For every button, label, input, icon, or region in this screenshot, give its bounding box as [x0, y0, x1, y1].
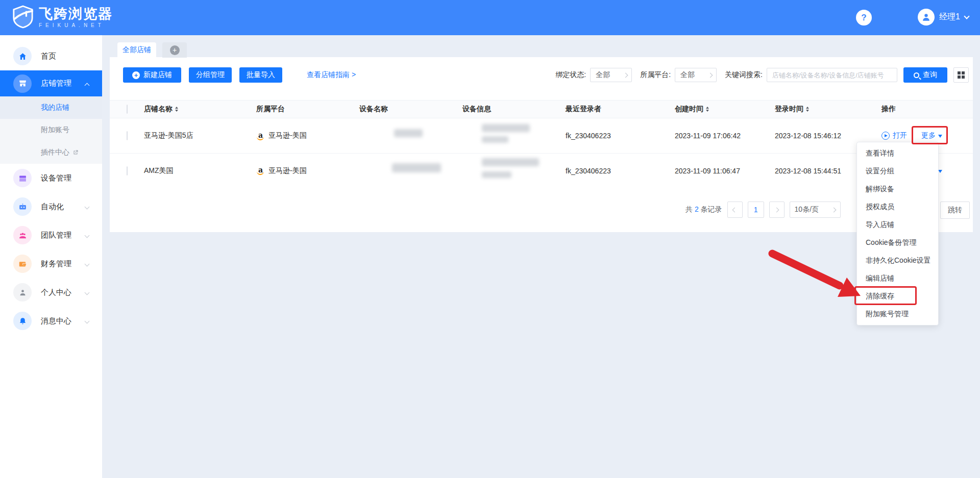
keyword-search-input[interactable]: [767, 68, 897, 82]
store-name: 亚马逊-美国5店: [144, 131, 256, 140]
sidebar-item-team-management[interactable]: 团队管理: [0, 221, 102, 249]
sidebar-item-store-management[interactable]: 店铺管理: [0, 70, 102, 96]
platform-select[interactable]: 全部: [675, 68, 717, 82]
sidebar-subitem-extra-accounts[interactable]: 附加账号: [0, 119, 102, 141]
menu-item-nonpersistent-cookie[interactable]: 非持久化Cookie设置: [857, 251, 938, 269]
wallet-icon: [13, 255, 32, 273]
chevron-down-icon: [85, 290, 90, 295]
chevron-down-icon: [85, 318, 90, 323]
search-icon: [914, 72, 919, 78]
batch-import-label: 批量导入: [247, 70, 275, 80]
sidebar-item-automation[interactable]: 自动化: [0, 192, 102, 221]
user-menu[interactable]: 经理1: [918, 9, 969, 26]
chevron-down-icon: [85, 204, 90, 209]
annotation-arrow: [763, 246, 868, 303]
sidebar-item-label: 个人中心: [41, 288, 71, 297]
shield-logo-icon: [12, 5, 34, 29]
menu-item-edit-store[interactable]: 编辑店铺: [857, 269, 938, 287]
total-prefix: 共: [685, 205, 693, 213]
caret-down-icon: [938, 135, 942, 138]
sort-icon[interactable]: [175, 105, 178, 113]
amazon-icon: a: [256, 132, 265, 140]
menu-item-view-details[interactable]: 查看详情: [857, 144, 938, 162]
chevron-down-icon: [85, 233, 90, 238]
menu-item-extra-account-manage[interactable]: 附加账号管理: [857, 305, 938, 323]
chevron-right-icon: [708, 72, 713, 78]
store-guide-link[interactable]: 查看店铺指南 >: [307, 70, 356, 80]
sidebar-item-personal-center[interactable]: 个人中心: [0, 278, 102, 307]
login-at: 2023-12-08 15:46:12: [775, 132, 881, 140]
menu-item-unbind-device[interactable]: 解绑设备: [857, 180, 938, 198]
group-manage-label: 分组管理: [196, 70, 225, 80]
row-checkbox[interactable]: [127, 131, 128, 140]
robot-icon: [13, 197, 32, 216]
next-page-button[interactable]: [769, 202, 785, 218]
row-checkbox[interactable]: [127, 166, 128, 175]
app-window: 飞跨浏览器 FEIKUA.NET ? 经理1 首页 店铺管理: [0, 0, 980, 478]
sidebar-subitem-label: 插件中心: [41, 148, 69, 157]
app-title: 飞跨浏览器: [39, 6, 113, 21]
sidebar-subitem-plugin-center[interactable]: 插件中心: [0, 141, 102, 164]
chevron-left-icon: [732, 207, 738, 212]
jump-button[interactable]: 跳转: [940, 202, 970, 219]
caret-down-icon: [938, 170, 942, 173]
more-actions-button[interactable]: 更多: [921, 131, 942, 140]
sidebar-item-finance-management[interactable]: 财务管理: [0, 249, 102, 278]
help-icon[interactable]: ?: [856, 10, 872, 26]
team-icon: [13, 226, 32, 244]
open-store-button[interactable]: 打开: [881, 131, 907, 140]
layout-toggle-button[interactable]: [953, 67, 969, 83]
more-label: 更多: [921, 131, 936, 140]
table-row: AMZ美国 a 亚马逊-美国 fk_230406223 2023-11-09 1…: [110, 153, 973, 188]
more-actions-dropdown: 查看详情 设置分组 解绑设备 授权成员 导入店铺 Cookie备份管理 非持久化…: [856, 142, 939, 325]
select-all-checkbox[interactable]: [127, 105, 128, 114]
col-created-at: 创建时间: [675, 105, 703, 114]
page-size-select[interactable]: 10条/页: [790, 202, 841, 218]
bind-status-select[interactable]: 全部: [590, 68, 632, 82]
group-manage-button[interactable]: 分组管理: [189, 67, 232, 83]
sidebar: 首页 店铺管理 我的店铺 附加账号 插件中心 设备管理: [0, 35, 102, 478]
current-page[interactable]: 1: [748, 202, 764, 218]
bind-status-label: 绑定状态:: [555, 70, 586, 80]
pagination: 共 2 条记录 1 10条/页: [685, 201, 841, 218]
device-icon: [13, 169, 32, 187]
batch-import-button[interactable]: 批量导入: [239, 67, 282, 83]
store-management-submenu: 我的店铺 附加账号 插件中心: [0, 96, 102, 164]
search-button-label: 查询: [923, 70, 937, 80]
sidebar-subitem-my-stores[interactable]: 我的店铺: [0, 96, 102, 119]
col-device-info: 设备信息: [462, 105, 491, 114]
content-card: + 新建店铺 分组管理 批量导入 查看店铺指南 > 绑定状态: 全部 所属平台:…: [110, 57, 973, 232]
add-tab-button[interactable]: +: [162, 42, 187, 58]
tab-all-stores[interactable]: 全部店铺: [117, 42, 156, 58]
sidebar-item-home[interactable]: 首页: [0, 42, 102, 70]
sort-icon[interactable]: [806, 105, 809, 113]
menu-item-cookie-backup[interactable]: Cookie备份管理: [857, 234, 938, 251]
menu-item-import-store[interactable]: 导入店铺: [857, 216, 938, 234]
sidebar-item-device-management[interactable]: 设备管理: [0, 164, 102, 192]
last-login-user: fk_230406223: [566, 167, 675, 175]
user-name: 经理1: [939, 12, 960, 22]
sort-icon[interactable]: [706, 105, 709, 113]
app-logo: 飞跨浏览器 FEIKUA.NET: [12, 5, 113, 29]
top-header: 飞跨浏览器 FEIKUA.NET ? 经理1: [0, 0, 980, 35]
external-link-icon: [72, 149, 79, 156]
sidebar-item-message-center[interactable]: 消息中心: [0, 307, 102, 335]
app-domain: FEIKUA.NET: [39, 22, 113, 28]
search-button[interactable]: 查询: [903, 67, 947, 83]
platform-name: 亚马逊-美国: [268, 166, 307, 175]
menu-item-authorize-members[interactable]: 授权成员: [857, 198, 938, 216]
new-store-button[interactable]: + 新建店铺: [123, 67, 181, 83]
menu-item-clear-cache[interactable]: 清除缓存: [857, 287, 938, 305]
chevron-right-icon: [774, 207, 779, 212]
store-icon: [13, 74, 32, 93]
table-row: 亚马逊-美国5店 a 亚马逊-美国 fk_230406223 2023-11-0…: [110, 118, 973, 153]
avatar-icon: [918, 9, 935, 26]
prev-page-button[interactable]: [727, 202, 743, 218]
sidebar-subitem-label: 我的店铺: [41, 103, 69, 112]
menu-item-set-group[interactable]: 设置分组: [857, 162, 938, 180]
col-last-login-user: 最近登录者: [566, 105, 601, 114]
col-login-at: 登录时间: [775, 105, 803, 114]
chevron-up-icon: [85, 83, 90, 88]
page-size-value: 10条/页: [795, 205, 819, 214]
platform-label: 所属平台:: [640, 70, 671, 80]
